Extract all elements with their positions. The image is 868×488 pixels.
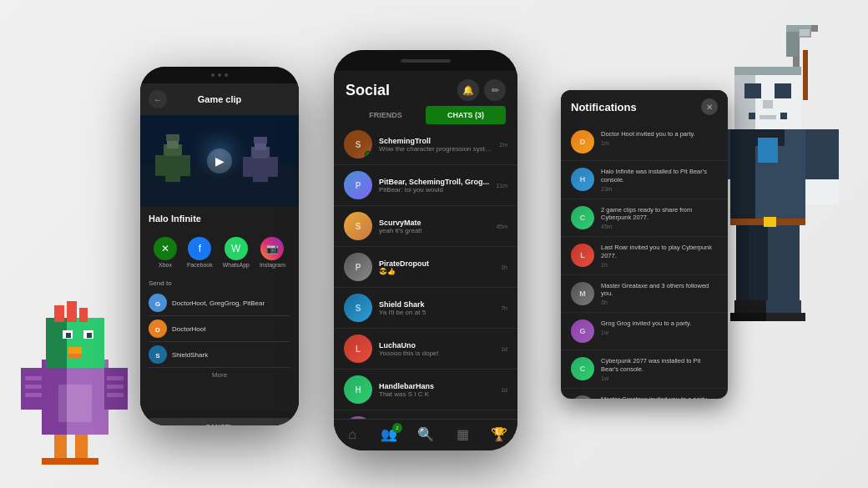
shieldshark-avatar: S (149, 345, 167, 364)
send-to-section: Send to G DoctorHoot, GregGrog, PitBear … (140, 274, 299, 411)
svg-rect-34 (786, 32, 799, 57)
send-to-group[interactable]: G DoctorHoot, GregGrog, PitBear (149, 290, 290, 316)
svg-rect-75 (180, 155, 190, 176)
notif-grog2-time: 1w (601, 330, 718, 335)
svg-rect-26 (25, 393, 42, 397)
svg-rect-6 (67, 318, 104, 368)
notif-master2[interactable]: M Master Greataxe invited you to a party… (561, 389, 728, 400)
xbox-icon: ✕ (154, 237, 177, 260)
play-button[interactable]: ▶ (207, 148, 232, 174)
lucha-name: LuchaUno (379, 341, 494, 350)
notifications-header: Notifications ✕ (561, 90, 728, 123)
tab-chats[interactable]: CHATS (3) (426, 106, 506, 124)
share-whatsapp[interactable]: W WhatsApp (223, 237, 250, 268)
notif-cyber1[interactable]: C 2 game clips ready to share from Cyber… (561, 199, 728, 238)
svg-rect-15 (79, 308, 88, 322)
svg-rect-60 (736, 221, 749, 304)
chat-item-pirate[interactable]: P PirateDropout 😎👍 1h (334, 247, 517, 288)
notif-master1[interactable]: M Master Greataxe and 3 others followed … (561, 275, 728, 314)
handle-info: HandlebarHans That was S I C K (379, 382, 494, 398)
svg-rect-45 (760, 115, 776, 119)
shield-name: Shield Shark (379, 300, 494, 309)
share-facebook[interactable]: f Facebook (187, 237, 213, 268)
notif-last-roar[interactable]: L Last Roar invited you to play Cyberpun… (561, 237, 728, 275)
svg-rect-77 (253, 155, 268, 182)
share-instagram[interactable]: 📷 Instagram (260, 237, 285, 268)
back-button[interactable]: ← (149, 90, 167, 108)
doctorhoot-name: DoctorHoot (172, 325, 205, 333)
cancel-button[interactable]: CANCEL (149, 418, 290, 425)
chat-item-pitbear[interactable]: P PitBear, SchemingTroll, Grog... PitBea… (334, 165, 517, 206)
svg-rect-46 (780, 113, 787, 119)
notif-doctor-hoot[interactable]: D Doctor Hoot invited you to a party. 1m (561, 123, 728, 161)
handle-time: 1d (501, 387, 507, 393)
handle-preview: That was S I C K (379, 390, 494, 398)
shield-info: Shield Shark Ya i'll be on at 5 (379, 300, 494, 316)
notif-last-time: 1h (601, 262, 718, 268)
svg-rect-81 (268, 157, 278, 177)
instagram-icon: 📷 (260, 237, 284, 260)
notif-cyber2[interactable]: C Cyberpunk 2077 was installed to Pit Be… (561, 350, 728, 389)
send-to-doctorhoot[interactable]: D DoctorHoot (149, 316, 290, 342)
bottom-nav: ⌂ 👥 2 🔍 ▦ 🏆 (334, 419, 517, 450)
svg-rect-21 (54, 458, 71, 465)
notif-cyber1-text: 2 game clips ready to share from Cyberpu… (601, 206, 718, 230)
shield-avatar: S (344, 294, 372, 322)
notif-last-text: Last Roar invited you to play Cyberpunk … (601, 244, 718, 268)
svg-rect-30 (58, 385, 92, 422)
notif-master2-msg: Master Greataxe invited you to a party. (601, 395, 718, 400)
notification-icon-btn[interactable]: 🔔 (457, 79, 479, 101)
svg-rect-19 (75, 435, 88, 460)
notif-halo-msg: Halo Infinite was installed to Pit Bear'… (601, 168, 718, 184)
shieldshark-name: ShieldShark (172, 351, 208, 359)
scheming-preview: Wow the character progression syste... (379, 145, 492, 153)
cyber1-avatar: C (571, 206, 594, 229)
svg-rect-28 (107, 385, 124, 389)
search-icon: 🔍 (417, 426, 434, 442)
notif-grog2[interactable]: G Grog Grog invited you to a party. 1w (561, 313, 728, 350)
nav-library[interactable]: ▦ (444, 426, 481, 442)
whatsapp-icon: W (225, 237, 248, 260)
svg-rect-25 (25, 385, 42, 389)
chat-item-handle[interactable]: H HandlebarHans That was S I C K 1d (334, 370, 517, 410)
close-notifications-button[interactable]: ✕ (701, 98, 718, 115)
chat-item-shield[interactable]: S Shield Shark Ya i'll be on at 5 7h (334, 288, 517, 329)
notch-bar (401, 59, 451, 63)
pitbear-time: 11m (496, 183, 507, 189)
lucha-time: 1d (501, 346, 507, 352)
nav-social[interactable]: 👥 2 (371, 426, 407, 442)
notif-halo[interactable]: H Halo Infinite was installed to Pit Bea… (561, 161, 728, 199)
svg-rect-14 (67, 301, 77, 322)
pitbear-avatar: P (344, 171, 372, 199)
mc-character-left (17, 276, 134, 471)
halo-avatar: H (571, 168, 594, 191)
svg-rect-40 (734, 67, 801, 75)
pirate-time: 1h (501, 264, 507, 270)
more-label[interactable]: More (149, 368, 290, 382)
svg-rect-64 (730, 313, 770, 321)
notif-doctor-msg: Doctor Hoot invited you to a party. (601, 130, 718, 138)
pirate-avatar: P (344, 253, 372, 281)
notif-last-msg: Last Roar invited you to play Cyberpunk … (601, 244, 718, 260)
notif-halo-text: Halo Infinite was installed to Pit Bear'… (601, 168, 718, 192)
chat-item-scurvy[interactable]: S ScurvyMate yeah it's great! 45m (334, 206, 517, 247)
notif-cyber2-time: 1w (601, 375, 718, 381)
notif-master1-time: 3h (601, 299, 718, 305)
group-name: DoctorHoot, GregGrog, PitBear (172, 299, 265, 307)
nav-search[interactable]: 🔍 (407, 426, 444, 442)
svg-rect-24 (25, 376, 42, 380)
master1-avatar: M (571, 282, 594, 305)
doctorhoot-avatar: D (149, 319, 167, 338)
chat-item-grog[interactable]: G GrogGrog hahaha 2d (334, 410, 517, 419)
home-icon: ⌂ (348, 427, 356, 442)
chat-item-scheming[interactable]: S SchemingTroll Wow the character progre… (334, 124, 517, 165)
share-xbox[interactable]: ✕ Xbox (154, 237, 177, 268)
compose-icon-btn[interactable]: ✏ (484, 79, 506, 101)
facebook-label: Facebook (187, 262, 213, 268)
svg-rect-76 (166, 134, 179, 141)
scurvy-info: ScurvyMate yeah it's great! (379, 219, 489, 234)
chat-item-lucha[interactable]: L LuchaUno Yooooo this is dope! 1d (334, 329, 517, 370)
send-to-shieldshark[interactable]: S ShieldShark (149, 342, 290, 368)
tab-friends[interactable]: FRIENDS (346, 106, 426, 124)
svg-rect-43 (763, 100, 773, 108)
